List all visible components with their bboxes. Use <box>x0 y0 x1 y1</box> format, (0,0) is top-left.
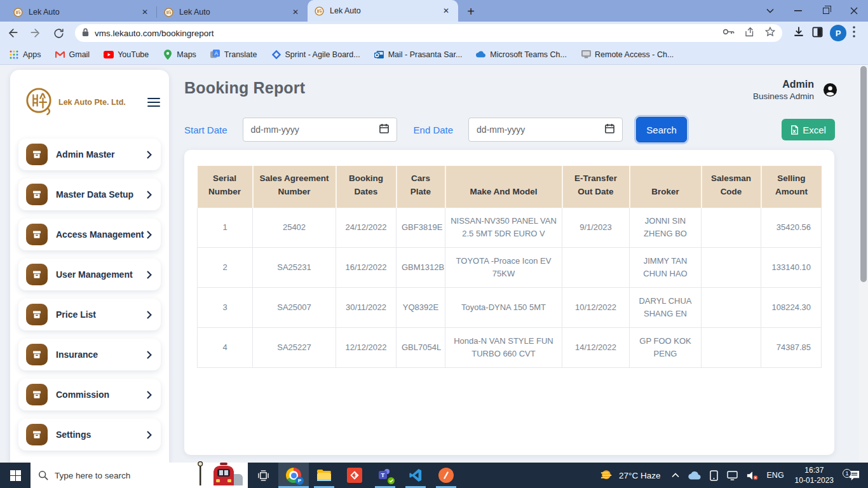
chrome-profile-badge: P <box>295 477 304 485</box>
close-button[interactable] <box>840 0 868 22</box>
table-row: 3 SA25007 30/11/2022 YQ8392E Toyota-DYNA… <box>198 288 822 328</box>
archive-box-icon <box>26 224 48 245</box>
user-name: Admin <box>753 79 814 90</box>
page-scrollbar[interactable] <box>859 65 868 463</box>
browser-toolbar: vms.lekauto.com/bookingreport P <box>0 22 868 44</box>
taskbar-chrome-icon[interactable]: P <box>278 463 309 488</box>
tab-close-icon[interactable]: ✕ <box>139 6 151 18</box>
password-key-icon[interactable] <box>722 27 735 39</box>
cell-etransfer <box>562 248 630 288</box>
sidebar-item-user-management[interactable]: User Management <box>18 259 161 290</box>
browser-tab-3-active[interactable]: Lek Auto ✕ <box>308 0 458 22</box>
system-tray: 27°C Haze ENG 16:37 10-01-2023 <box>600 463 868 488</box>
weather-widget[interactable]: 27°C Haze <box>600 469 660 482</box>
browser-tab-2[interactable]: Lek Auto ✕ <box>157 3 308 22</box>
restore-button[interactable] <box>812 0 840 22</box>
excel-button-label: Excel <box>803 125 826 135</box>
browser-menu-icon[interactable] <box>853 26 855 40</box>
taskbar-search-box[interactable]: Type here to search <box>31 463 248 488</box>
browser-tab-1[interactable]: Lek Auto ✕ <box>6 3 157 22</box>
address-bar[interactable]: vms.lekauto.com/bookingreport <box>75 24 782 42</box>
archive-box-icon <box>26 184 48 205</box>
sidebar-item-price-list[interactable]: Price List <box>18 299 161 330</box>
volume-muted-icon[interactable] <box>747 471 758 480</box>
network-icon[interactable] <box>727 471 738 480</box>
onedrive-icon[interactable] <box>688 471 701 480</box>
bookmark-teams-channel[interactable]: Microsoft Teams Ch... <box>476 50 567 60</box>
column-header: Salesman Code <box>702 166 761 208</box>
bookmark-gmail[interactable]: Gmail <box>55 50 90 60</box>
tab-close-icon[interactable]: ✕ <box>290 6 301 18</box>
sidebar-item-commission[interactable]: Commission <box>18 379 161 410</box>
sidebar-item-label: Settings <box>56 430 147 440</box>
scrollbar-thumb[interactable] <box>860 66 867 282</box>
start-button[interactable] <box>0 463 31 488</box>
minimize-button[interactable] <box>784 0 812 22</box>
reload-icon[interactable] <box>48 23 69 43</box>
bookmark-sprint-board[interactable]: Sprint - Agile Board... <box>271 50 360 60</box>
chevron-right-icon <box>147 191 152 199</box>
bookmark-mail-outlook[interactable]: Mail - Prasanta Sar... <box>374 50 463 60</box>
share-icon[interactable] <box>744 27 756 40</box>
taskbar-orange-app-icon[interactable] <box>431 463 461 488</box>
back-icon[interactable] <box>3 23 23 43</box>
excel-export-button[interactable]: Excel <box>782 119 835 140</box>
taskbar-teams-icon[interactable]: T <box>370 463 400 488</box>
sidebar-menu: Admin Master Master Data Setup Access Ma… <box>10 131 169 451</box>
hamburger-menu-icon[interactable] <box>147 95 160 109</box>
excel-file-icon <box>790 125 799 135</box>
calendar-icon[interactable] <box>379 123 389 136</box>
bookmark-translate[interactable]: A Translate <box>210 50 257 60</box>
cell-serial: 4 <box>198 328 253 368</box>
sidebar-item-access-management[interactable]: Access Management <box>18 219 161 250</box>
calendar-icon[interactable] <box>605 123 614 136</box>
start-date-input[interactable]: dd-mm-yyyy <box>243 118 397 142</box>
tab-title: Lek Auto <box>330 6 440 15</box>
bookmarks-bar: Apps Gmail YouTube Maps A Translate <box>0 44 868 65</box>
bookmark-maps[interactable]: Maps <box>163 50 196 60</box>
sidebar-item-master-data-setup[interactable]: Master Data Setup <box>18 179 161 210</box>
search-button[interactable]: Search <box>636 117 687 142</box>
tray-chevron-up-icon[interactable] <box>672 473 679 478</box>
cell-salesman <box>702 208 761 248</box>
forward-icon[interactable] <box>25 23 46 43</box>
table-row: 4 SA25227 12/12/2022 GBL7054L Honda-N VA… <box>198 328 822 368</box>
end-date-input[interactable]: dd-mm-yyyy <box>468 118 623 142</box>
sidebar-item-settings[interactable]: Settings <box>18 419 161 451</box>
taskbar-vscode-icon[interactable] <box>400 463 431 488</box>
bookmark-star-icon[interactable] <box>764 26 776 40</box>
user-profile-icon[interactable] <box>823 83 837 100</box>
cell-etransfer: 14/12/2022 <box>562 328 630 368</box>
sidebar-item-label: Price List <box>56 309 147 320</box>
taskbar-red-diamond-app-icon[interactable] <box>339 463 370 488</box>
sidebar-item-label: Admin Master <box>56 149 147 159</box>
task-view-button[interactable] <box>248 463 278 488</box>
chevron-right-icon <box>147 311 152 319</box>
download-icon[interactable] <box>792 25 805 41</box>
cell-serial: 1 <box>198 208 253 248</box>
language-indicator[interactable]: ENG <box>767 471 784 480</box>
cell-agreement: 25402 <box>253 208 336 248</box>
window-menu-chevron-icon[interactable] <box>756 0 784 22</box>
sidebar-item-admin-master[interactable]: Admin Master <box>18 139 161 170</box>
tab-close-icon[interactable]: ✕ <box>440 5 452 17</box>
sidebar-item-insurance[interactable]: Insurance <box>18 339 161 370</box>
cell-amount: 133140.10 <box>761 248 822 288</box>
taskbar-clock[interactable]: 16:37 10-01-2023 <box>795 465 834 485</box>
cell-agreement: SA25007 <box>253 288 336 328</box>
phone-link-icon[interactable] <box>710 470 718 481</box>
bookmark-apps[interactable]: Apps <box>9 50 41 60</box>
cell-amount: 108224.30 <box>761 288 822 328</box>
sidebar-item-label: Access Management <box>56 229 147 240</box>
url-text[interactable]: vms.lekauto.com/bookingreport <box>95 29 714 38</box>
side-panel-icon[interactable] <box>811 26 824 41</box>
action-center-button[interactable]: 1 <box>840 470 868 481</box>
user-box[interactable]: Admin Business Admin <box>753 79 837 101</box>
new-tab-button[interactable]: + <box>462 3 480 20</box>
bookmark-remote-access[interactable]: Remote Access - Ch... <box>581 50 674 60</box>
bookmark-youtube[interactable]: YouTube <box>104 50 149 60</box>
archive-box-icon <box>26 424 48 445</box>
translate-icon: A <box>210 50 220 60</box>
taskbar-file-explorer-icon[interactable] <box>309 463 339 488</box>
profile-avatar[interactable]: P <box>830 25 846 41</box>
